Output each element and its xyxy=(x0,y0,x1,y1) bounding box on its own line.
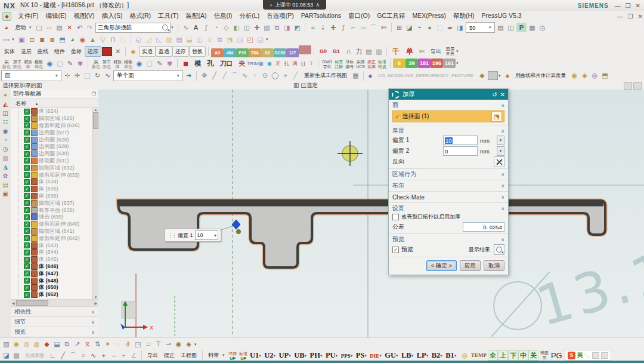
solid-color-chip-2[interactable]: 实颜色 xyxy=(91,59,101,70)
corner-curve-icon[interactable]: ⌐ xyxy=(348,22,358,32)
xform-icon[interactable]: ✚ xyxy=(252,23,262,33)
revolve-icon[interactable]: ◕ xyxy=(67,34,78,44)
new-file-icon[interactable]: ▢ xyxy=(34,23,44,33)
spline-icon[interactable]: ∿ xyxy=(181,23,191,33)
layer-switch-chip[interactable]: 图层 开关 xyxy=(445,46,456,57)
dwg-part-chip[interactable]: DWG零件 xyxy=(321,59,333,70)
ub-button[interactable]: UB▾ xyxy=(293,351,309,360)
feature-body-644[interactable]: 体 (644) xyxy=(11,249,93,256)
subtract-icon[interactable]: ◙ xyxy=(47,34,57,44)
apply-button[interactable]: 应用 xyxy=(460,260,481,271)
feature-checkbox[interactable] xyxy=(24,270,30,276)
collapse-caret-icon[interactable]: ∧ xyxy=(315,2,320,8)
layer-visible-icon[interactable]: ◫ xyxy=(506,23,516,33)
face-select-icon[interactable]: ⬔ xyxy=(491,111,502,122)
chevron-up-icon[interactable]: ∧ xyxy=(501,237,504,242)
layer-settings-icon[interactable]: ▤ xyxy=(496,23,506,33)
offset-mini-input[interactable]: 10 ▼ xyxy=(195,230,218,240)
command-search-box[interactable]: 三角形加强筋 xyxy=(95,23,171,33)
layer-161-chip[interactable]: 161 xyxy=(443,59,456,68)
sheet-pair-icon[interactable]: ◩ xyxy=(292,23,302,33)
mirror-assembly-icon[interactable]: ⧖ xyxy=(82,339,92,349)
edit-display-icon[interactable]: ✎ xyxy=(65,59,75,69)
feature-checkbox[interactable] xyxy=(24,122,30,128)
start-caret-icon[interactable]: ▾ xyxy=(29,25,33,30)
search-caret-icon[interactable]: ▾ xyxy=(171,25,175,30)
chain-icon[interactable]: ⊃ xyxy=(143,339,153,349)
dome-icon[interactable]: ◓ xyxy=(414,22,425,32)
upper-button[interactable]: 上 xyxy=(498,350,508,361)
feature-moveface-631[interactable]: 移动面 (631) xyxy=(11,158,93,165)
move-layer-chip[interactable]: 移图 层 xyxy=(539,350,550,361)
hole-chip[interactable]: 孔 xyxy=(204,58,216,69)
scroll-up-icon[interactable]: ▲ xyxy=(94,108,98,112)
plus-icon[interactable]: ＋ xyxy=(280,70,290,81)
circle-icon[interactable]: ◯ xyxy=(270,70,280,81)
status-mini-icon[interactable] xyxy=(633,82,642,90)
feature-trim-626[interactable]: 修剪和延伸 (626) xyxy=(11,122,93,130)
g1-continuity-chip[interactable]: G1 xyxy=(330,46,343,57)
offset-face-icon[interactable]: ⬔ xyxy=(225,35,235,45)
status-mini-icon[interactable] xyxy=(624,82,632,90)
menu-item[interactable]: MEX(Press) xyxy=(408,12,450,19)
g0-continuity-chip[interactable]: G0 xyxy=(317,46,330,57)
menu-item[interactable]: 插入(S) xyxy=(98,12,126,19)
full-translucent-button[interactable]: 盈透 xyxy=(156,46,172,57)
chamfer-icon[interactable]: ◿ xyxy=(144,35,154,45)
feature-checkbox[interactable] xyxy=(24,235,30,241)
red-body-chip[interactable]: ◼ xyxy=(180,58,191,69)
rib-icon[interactable]: ⊓ xyxy=(108,35,118,45)
preview-header[interactable]: 预览 ∧ xyxy=(392,235,504,244)
lasso-icon[interactable]: ∿ xyxy=(103,70,113,81)
toolbox-icon[interactable] xyxy=(601,352,608,359)
chevron-down-icon[interactable]: ∨ xyxy=(501,172,504,177)
caret-icon[interactable]: ▾ xyxy=(266,37,270,42)
column-name-label[interactable]: 名称 xyxy=(16,100,26,107)
swatch-caret-icon[interactable]: ▾ xyxy=(499,73,503,78)
material-t8a-chip[interactable]: T8A xyxy=(249,48,261,58)
menu-item[interactable]: PARTsolutions xyxy=(298,12,345,19)
gear-pair-icon[interactable]: ◉ xyxy=(174,339,184,349)
sequence-icon[interactable]: ⇅ xyxy=(92,339,103,349)
check-annotation-chip[interactable]: 检查注解 xyxy=(333,59,344,70)
rect-select-icon[interactable]: ⬚ xyxy=(82,70,92,81)
material-dc53-chip[interactable]: DC53 xyxy=(274,48,286,58)
reverse-direction-button[interactable] xyxy=(494,156,504,167)
flower-icon-2[interactable]: ✾ xyxy=(165,59,175,69)
material-body-chip[interactable]: 材质体 xyxy=(23,59,33,70)
menu-item[interactable]: 信息(I) xyxy=(210,12,236,19)
graphics-window[interactable]: 13.1 X xyxy=(98,90,644,337)
move-face-icon[interactable]: ◳ xyxy=(235,35,245,45)
feature-trim-633[interactable]: 修剪和延伸 (633) xyxy=(11,171,93,179)
roles-icon[interactable]: ✿ xyxy=(1,171,10,180)
mold-chip[interactable]: 模 xyxy=(191,58,204,69)
slash-icon[interactable]: ╱ xyxy=(290,70,301,81)
move-object-icon[interactable]: ◨ xyxy=(455,23,465,33)
standard-convert-chip[interactable]: 标准转换 xyxy=(377,59,388,70)
chevron-up-icon[interactable]: ∧ xyxy=(501,103,504,108)
type-filter-caret-icon[interactable]: ▾ xyxy=(55,73,60,78)
mirror-icon[interactable]: ◨ xyxy=(282,23,292,33)
scroll-down-icon[interactable]: ▼ xyxy=(94,296,98,299)
template-color-chip-2[interactable]: 模板体色 xyxy=(123,59,134,70)
feature-checkbox[interactable] xyxy=(24,278,30,284)
select-face-row[interactable]: ✓ 选择面 (1) ⬔ xyxy=(392,110,504,122)
select-add-icon[interactable]: ✛ xyxy=(72,70,82,81)
film-icon[interactable]: ▤ xyxy=(1,180,10,189)
temp-button[interactable]: TEMP xyxy=(470,352,487,358)
drag-grip-icon[interactable]: ⋮⋮ xyxy=(168,232,176,238)
extrude-icon[interactable]: ⬒ xyxy=(57,35,67,45)
scope-caret-icon[interactable]: ▾ xyxy=(177,73,181,78)
layer-181-chip[interactable]: 181 xyxy=(418,59,431,68)
reuse-library-icon[interactable]: ☷ xyxy=(1,118,10,127)
menu-item[interactable]: 格式(R) xyxy=(126,12,154,19)
parts-library-chip[interactable]: P xyxy=(516,23,527,32)
close-layers-button[interactable]: 关 xyxy=(528,350,538,361)
four-point-surface-icon[interactable]: ◇ xyxy=(221,23,231,33)
chevron-up-icon[interactable]: ∧ xyxy=(501,206,504,211)
material-extra-chip[interactable] xyxy=(299,45,311,54)
face-section-header[interactable]: 面 ∧ xyxy=(392,101,504,109)
block-feature-icon[interactable]: ▣ xyxy=(17,35,27,45)
notebook-icon[interactable]: ▣ xyxy=(1,189,10,198)
keyboard-icon[interactable] xyxy=(592,352,599,359)
